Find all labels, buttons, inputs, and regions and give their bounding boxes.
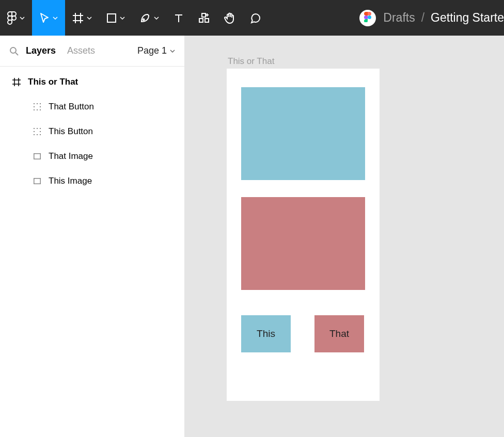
svg-rect-10 (40, 103, 41, 104)
figma-color-icon (364, 12, 371, 24)
pen-icon (139, 12, 151, 24)
page-picker-label: Page 1 (137, 45, 167, 56)
layer-row-that-button[interactable]: That Button (0, 94, 184, 119)
menu-button[interactable] (0, 0, 32, 36)
left-sidebar: Layers Assets Page 1 This or That That B… (0, 36, 185, 437)
resources-icon (198, 12, 210, 24)
layer-label: This or That (28, 77, 78, 87)
pen-tool[interactable] (132, 0, 166, 36)
svg-rect-22 (37, 134, 38, 135)
svg-point-0 (12, 16, 16, 20)
breadcrumb-file[interactable]: Getting Starte (431, 11, 504, 25)
search-icon[interactable] (9, 46, 19, 56)
svg-rect-8 (34, 103, 35, 104)
layer-label: That Button (49, 102, 94, 112)
svg-point-7 (10, 47, 16, 53)
chevron-down-icon (53, 17, 58, 20)
user-avatar[interactable] (359, 10, 376, 26)
hand-icon (224, 12, 235, 24)
svg-rect-21 (34, 134, 35, 135)
tab-assets[interactable]: Assets (67, 45, 95, 56)
layer-label: This Button (49, 126, 93, 137)
breadcrumb: Drafts / Getting Starte (383, 11, 504, 25)
chevron-down-icon (87, 17, 92, 20)
layer-row-this-image[interactable]: This Image (0, 169, 184, 193)
resources-tool[interactable] (191, 0, 217, 36)
canvas[interactable]: This or That This That (185, 36, 504, 437)
svg-rect-12 (40, 106, 41, 107)
svg-rect-1 (107, 14, 116, 22)
layer-label: This Image (49, 176, 92, 186)
svg-rect-20 (40, 131, 41, 132)
group-icon (32, 128, 42, 135)
frame-icon (11, 78, 22, 86)
svg-rect-13 (34, 109, 35, 110)
layer-tree: This or That That Button This Button Tha… (0, 67, 184, 197)
frame-label[interactable]: This or That (228, 56, 274, 67)
svg-rect-18 (40, 128, 41, 129)
layer-row-that-image[interactable]: That Image (0, 144, 184, 169)
chevron-down-icon (20, 17, 25, 20)
button-label: That (329, 328, 349, 339)
layer-row-this-button[interactable]: This Button (0, 119, 184, 144)
svg-rect-17 (37, 128, 38, 129)
chevron-down-icon (154, 17, 159, 20)
rectangle-icon (32, 153, 42, 159)
svg-rect-4 (205, 19, 209, 22)
svg-rect-9 (37, 103, 38, 104)
layer-row-frame[interactable]: This or That (0, 70, 184, 94)
text-icon (174, 13, 184, 23)
comment-icon (250, 12, 261, 24)
move-tool[interactable] (32, 0, 65, 36)
page-picker[interactable]: Page 1 (137, 45, 175, 56)
cursor-icon (39, 12, 50, 24)
top-toolbar: Drafts / Getting Starte (0, 0, 504, 36)
rectangle-icon (32, 178, 42, 184)
canvas-this-image[interactable] (241, 87, 365, 180)
svg-point-2 (143, 19, 145, 20)
sidebar-header: Layers Assets Page 1 (0, 36, 184, 67)
svg-rect-25 (34, 179, 41, 184)
breadcrumb-drafts[interactable]: Drafts (383, 11, 415, 25)
svg-rect-15 (40, 109, 41, 110)
canvas-that-image[interactable] (241, 197, 365, 290)
frame-this-or-that[interactable]: This That (227, 69, 380, 401)
svg-rect-11 (34, 106, 35, 107)
svg-rect-16 (34, 128, 35, 129)
text-tool[interactable] (166, 0, 191, 36)
svg-rect-3 (199, 19, 203, 22)
breadcrumb-separator: / (421, 11, 424, 25)
hand-tool[interactable] (217, 0, 243, 36)
svg-rect-23 (40, 134, 41, 135)
button-label: This (257, 328, 275, 339)
chevron-down-icon (170, 50, 175, 53)
svg-rect-5 (202, 13, 206, 17)
group-icon (32, 103, 42, 110)
frame-icon (72, 12, 84, 24)
svg-rect-19 (34, 131, 35, 132)
rectangle-icon (106, 13, 117, 23)
canvas-this-button[interactable]: This (241, 315, 291, 352)
comment-tool[interactable] (243, 0, 269, 36)
svg-point-6 (368, 15, 371, 19)
shape-tool[interactable] (99, 0, 132, 36)
frame-tool[interactable] (65, 0, 99, 36)
svg-rect-24 (34, 154, 41, 159)
figma-logo-icon (7, 11, 17, 25)
svg-rect-14 (37, 109, 38, 110)
layer-label: That Image (49, 151, 93, 161)
chevron-down-icon (120, 17, 125, 20)
tab-layers[interactable]: Layers (26, 45, 56, 56)
canvas-that-button[interactable]: That (314, 315, 364, 352)
